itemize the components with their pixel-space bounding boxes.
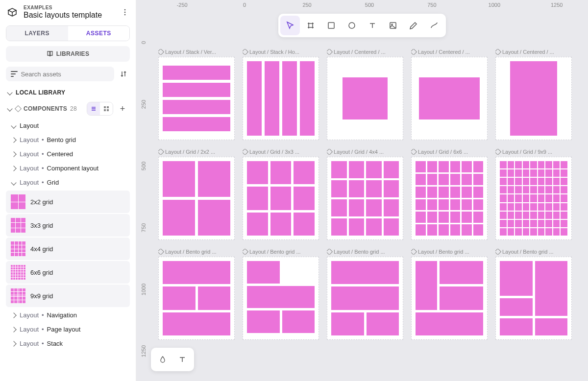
component-icon [243,49,248,55]
chevron-right-icon [11,312,16,318]
search-input[interactable] [21,71,109,78]
component-icon [327,149,333,155]
tree-page-layout[interactable]: Layout•Page layout [0,322,136,336]
sidebar-header: EXAMPLES Basic layouts template [0,0,136,24]
frame-grid-9x9[interactable]: Layout / Grid / 9x9 ... [495,149,572,240]
grid-thumb-icon [11,194,25,209]
tree-navigation[interactable]: Layout•Navigation [0,308,136,322]
search-input-container[interactable] [6,67,114,81]
tool-rectangle[interactable] [321,16,341,35]
breadcrumb[interactable]: EXAMPLES [24,5,115,10]
ruler-vertical: 0 250 500 750 1000 1250 [136,11,151,381]
frame-centered-portrait[interactable]: Layout / Centered / ... [495,49,572,140]
book-icon [47,50,53,57]
tree-component-layout[interactable]: Layout•Component layout [0,161,136,175]
tree-4x4-grid[interactable]: 4x4 grid [6,238,130,260]
sort-button[interactable] [117,68,130,80]
svg-point-10 [392,24,392,25]
frame-grid-3x3[interactable]: Layout / Grid / 3x3 ... [243,149,319,240]
tree-stack[interactable]: Layout•Stack [0,336,136,351]
main-toolbar [278,14,446,37]
chevron-right-icon [11,151,16,157]
frame-grid-6x6[interactable]: Layout / Grid / 6x6 ... [411,149,488,240]
chevron-right-icon [11,166,16,171]
chevron-right-icon [11,341,16,346]
frame-centered-square[interactable]: Layout / Centered / ... [327,49,403,140]
component-icon [495,49,501,55]
component-icon [495,149,501,155]
frame-bento-4[interactable]: Layout / Bento grid ... [411,249,488,340]
component-icon [158,149,164,155]
filter-icon [11,70,18,78]
frame-bento-3[interactable]: Layout / Bento grid ... [327,249,403,340]
tab-assets[interactable]: ASSETS [68,26,130,41]
frame-stack-vertical[interactable]: Layout / Stack / Ver... [158,49,235,140]
sidebar-tabs: LAYERS ASSETS [6,25,130,41]
tool-ellipse[interactable] [342,16,362,35]
app-logo-icon[interactable] [6,6,19,19]
frame-centered-landscape[interactable]: Layout / Centered / ... [411,49,488,140]
component-tree: Layout Layout•Bento grid Layout•Centered… [0,119,136,381]
chevron-right-icon [11,327,16,332]
components-header[interactable]: COMPONENTS 28 [8,105,83,112]
frame-bento-2[interactable]: Layout / Bento grid ... [243,249,319,340]
floating-toolbar [151,348,194,371]
chevron-down-icon [11,180,16,185]
grid-thumb-icon [11,288,25,303]
svg-rect-3 [104,106,106,108]
svg-point-8 [349,23,355,28]
libraries-button[interactable]: LIBRARIES [6,46,130,62]
tree-3x3-grid[interactable]: 3x3 grid [6,214,130,237]
tree-centered[interactable]: Layout•Centered [0,147,136,161]
component-icon [411,249,417,255]
component-icon [495,249,501,255]
tree-2x2-grid[interactable]: 2x2 grid [6,190,130,213]
svg-point-0 [124,9,126,11]
tool-frame[interactable] [301,16,320,35]
grid-thumb-icon [11,218,25,233]
view-list-button[interactable] [87,102,100,115]
component-icon [243,249,248,255]
chevron-right-icon [11,137,16,143]
component-icon [158,249,164,255]
view-grid-button[interactable] [100,102,113,115]
chevron-down-icon [11,123,16,128]
canvas[interactable]: -250 0 250 500 750 1000 1250 0 250 500 7… [136,0,588,381]
tree-9x9-grid[interactable]: 9x9 grid [6,285,130,307]
frame-stack-horizontal[interactable]: Layout / Stack / Ho... [243,49,319,140]
components-count: 28 [70,105,77,112]
tool-drop[interactable] [154,351,172,368]
component-icon [327,49,333,55]
tool-text[interactable] [363,16,382,35]
ruler-horizontal: -250 0 250 500 750 1000 1250 [136,0,588,11]
local-library-header[interactable]: LOCAL LIBRARY [0,86,136,99]
frame-bento-5[interactable]: Layout / Bento grid ... [495,249,572,340]
frame-grid-2x2[interactable]: Layout / Grid / 2x2 ... [158,149,235,240]
frame-grid-4x4[interactable]: Layout / Grid / 4x4 ... [327,149,403,240]
tool-pen[interactable] [404,16,423,35]
tool-select[interactable] [280,16,300,35]
svg-rect-4 [107,106,109,108]
component-icon [158,49,164,55]
svg-point-2 [124,14,126,16]
tree-grid[interactable]: Layout•Grid [0,175,136,190]
component-icon [411,49,417,55]
tab-layers[interactable]: LAYERS [6,26,68,41]
grid-thumb-icon [11,241,25,256]
sidebar: EXAMPLES Basic layouts template LAYERS A… [0,0,136,381]
add-component-button[interactable]: + [117,103,128,114]
svg-rect-7 [328,23,334,28]
tool-image[interactable] [383,16,403,35]
frame-bento-1[interactable]: Layout / Bento grid ... [158,249,235,340]
tree-layout[interactable]: Layout [0,119,136,133]
tool-text-float[interactable] [173,351,191,368]
tool-curve[interactable] [424,16,444,35]
chevron-down-icon [7,90,12,95]
chevron-down-icon [7,106,12,111]
more-menu-button[interactable] [120,7,130,17]
tree-bento[interactable]: Layout•Bento grid [0,133,136,147]
tree-6x6-grid[interactable]: 6x6 grid [6,261,130,284]
page-title[interactable]: Basic layouts template [24,11,115,20]
svg-rect-6 [107,109,109,111]
component-icon [243,149,248,155]
